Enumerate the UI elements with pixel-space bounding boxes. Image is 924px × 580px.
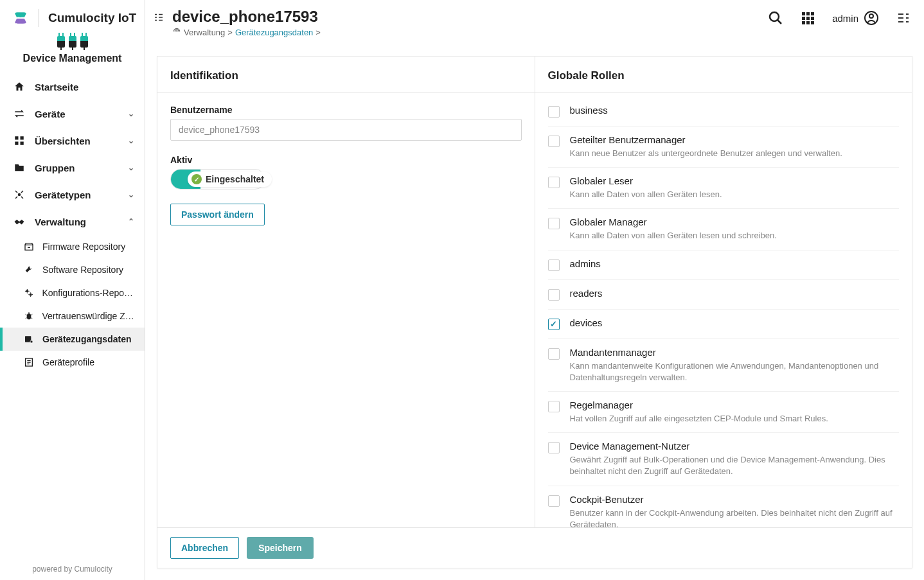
nav-config[interactable]: Konfigurations-Reposi… [0,281,145,304]
list-toggle-icon[interactable] [153,8,164,26]
user-menu[interactable]: admin [832,10,879,26]
role-row: Globaler LeserKann alle Daten von allen … [548,168,900,209]
satellite-icon [12,189,27,200]
nav-overviews[interactable]: Übersichten ⌄ [0,127,145,154]
brand-text: Cumulocity IoT [48,11,136,25]
svg-point-8 [26,313,31,319]
role-desc: Benutzer kann in der Cockpit-Anwendung a… [570,507,900,528]
main: device_phone17593 Verwaltung > Gerätezug… [145,0,924,580]
svg-point-4 [18,193,21,197]
archive-icon [22,242,36,252]
breadcrumb: Verwaltung > Gerätezugangsdaten > [172,27,768,38]
role-checkbox[interactable] [548,289,560,301]
role-desc: Hat vollen Zugriff auf alle eingesetzten… [570,413,900,425]
role-name: Mandantenmanager [570,347,900,358]
nav-device-types[interactable]: Gerätetypen ⌄ [0,181,145,208]
svg-rect-2 [15,142,18,145]
role-name: Cockpit-Benutzer [570,494,900,505]
active-label: Aktiv [170,155,522,165]
svg-rect-18 [811,17,814,20]
check-icon: ✓ [191,174,202,184]
role-desc: Kann alle Daten von allen Geräten lesen. [570,189,900,200]
chevron-up-icon: ⌃ [128,217,134,226]
chevron-down-icon: ⌄ [128,136,134,145]
roles-list: businessGeteilter BenutzermanagerKann ne… [535,93,912,527]
svg-point-23 [869,14,873,18]
apps-icon[interactable] [800,10,815,26]
app-name: Device Management [0,53,145,64]
role-name: devices [570,317,900,328]
dashboard-icon [12,135,27,146]
nav-home[interactable]: Startseite [0,73,145,100]
role-name: Regelmanager [570,400,900,410]
topbar: device_phone17593 Verwaltung > Gerätezug… [145,0,924,44]
role-checkbox[interactable] [548,401,560,412]
role-name: admins [570,258,900,269]
role-checkbox[interactable] [548,218,560,229]
search-icon[interactable] [768,10,783,26]
page-title: device_phone17593 [172,8,768,26]
nav-trusted[interactable]: Vertrauenswürdige Ze… [0,304,145,328]
role-row: business [548,105,900,127]
role-checkbox[interactable] [548,319,560,330]
role-name: Globaler Manager [570,216,900,227]
role-row: RegelmanagerHat vollen Zugriff auf alle … [548,392,900,433]
role-checkbox[interactable] [548,442,560,453]
nav: Startseite Geräte ⌄ Übersichten ⌄ Gruppe… [0,73,145,558]
role-row: Geteilter BenutzermanagerKann neue Benut… [548,127,900,168]
role-checkbox[interactable] [548,177,560,188]
chevron-down-icon: ⌄ [128,109,134,118]
save-button[interactable]: Speichern [247,537,314,559]
identification-panel: Identifikation Benutzername Aktiv [157,57,535,527]
username-input[interactable] [170,119,522,141]
cancel-button[interactable]: Abbrechen [170,537,239,559]
role-checkbox[interactable] [548,136,560,147]
role-row: Cockpit-BenutzerBenutzer kann in der Coc… [548,486,900,528]
svg-point-12 [770,12,779,21]
identification-heading: Identifikation [157,57,535,93]
svg-rect-19 [802,21,805,24]
role-name: Globaler Leser [570,175,900,186]
svg-point-7 [29,294,31,296]
breadcrumb-link[interactable]: Gerätezugangsdaten [235,28,313,37]
nav-creds[interactable]: Gerätezugangsdaten [0,328,145,351]
credentials-icon [22,334,36,344]
nav-firmware[interactable]: Firmware Repository [0,235,145,258]
app-plugs-icon [0,36,145,49]
svg-rect-3 [21,142,24,145]
brand-block: Cumulocity IoT [0,0,145,33]
nav-profiles[interactable]: Geräteprofile [0,351,145,374]
svg-rect-13 [802,12,805,15]
svg-rect-17 [806,17,810,20]
swap-icon [12,108,27,119]
app-title-block: Device Management [0,33,145,73]
role-checkbox[interactable] [548,106,560,118]
change-password-button[interactable]: Passwort ändern [170,204,265,225]
nav-software[interactable]: Software Repository [0,258,145,281]
profile-doc-icon [22,357,36,367]
handshake-icon [12,216,27,227]
nav-admin[interactable]: Verwaltung ⌃ [0,208,145,235]
role-row: devices [548,310,900,339]
role-checkbox[interactable] [548,348,560,360]
role-row: Globaler ManagerKann alle Daten von alle… [548,209,900,250]
chevron-down-icon: ⌄ [128,163,134,172]
role-checkbox[interactable] [548,495,560,507]
svg-rect-20 [806,21,810,24]
right-panel-toggle-icon[interactable] [896,10,911,26]
role-name: business [570,105,900,116]
role-row: MandantenmanagerKann mandantenweite Konf… [548,339,900,392]
role-name: Device Management-Nutzer [570,441,900,452]
svg-rect-15 [811,12,814,15]
active-toggle[interactable]: ✓ Eingeschaltet [170,169,265,189]
role-name: readers [570,288,900,299]
chevron-down-icon: ⌄ [128,190,134,199]
nav-devices[interactable]: Geräte ⌄ [0,100,145,127]
roles-heading: Globale Rollen [535,57,912,93]
role-desc: Gewährt Zugriff auf Bulk-Operationen und… [570,454,900,477]
role-row: admins [548,250,900,280]
brand-logo-icon [12,9,30,27]
role-checkbox[interactable] [548,259,560,271]
footer-text: powered by Cumulocity [0,558,145,580]
nav-groups[interactable]: Gruppen ⌄ [0,154,145,181]
